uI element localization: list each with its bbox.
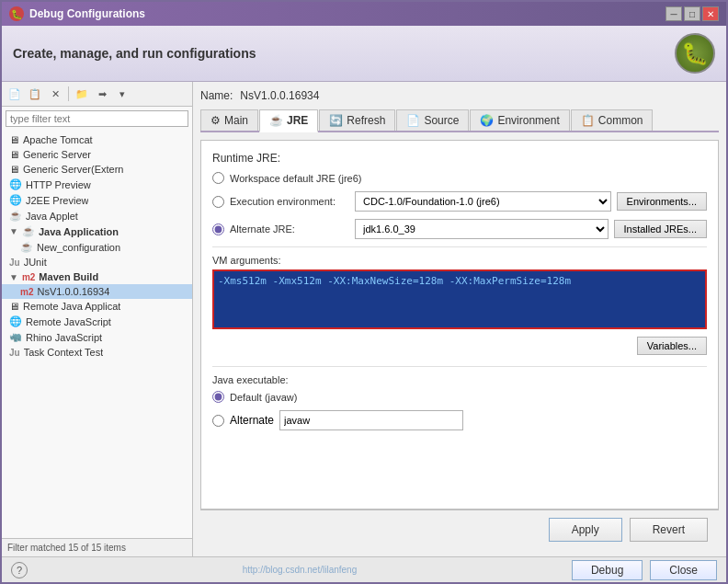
debug-button[interactable]: Debug	[572, 560, 643, 580]
tab-jre[interactable]: ☕ JRE	[259, 109, 318, 132]
list-item[interactable]: 🌐 J2EE Preview	[2, 192, 192, 208]
list-item[interactable]: 🦏 Rhino JavaScript	[2, 329, 192, 345]
common-tab-icon: 📋	[581, 114, 595, 127]
tree-item-label: HTTP Preview	[26, 179, 91, 190]
tree-item-label: NsV1.0.0.16934	[37, 286, 109, 297]
name-label: Name:	[200, 89, 233, 102]
tab-source-label: Source	[424, 114, 459, 127]
default-javaw-label: Default (javaw)	[230, 392, 297, 403]
exec-env-select[interactable]: CDC-1.0/Foundation-1.0 (jre6)JavaSE-1.6 …	[355, 191, 611, 212]
tree-item-label: Generic Server(Extern	[23, 164, 123, 175]
tomcat-icon: 🖥	[9, 134, 19, 145]
jre-tab-icon: ☕	[269, 114, 283, 127]
title-bar-left: Debug Configurations	[9, 6, 145, 21]
list-item[interactable]: 🖥 Generic Server	[2, 147, 192, 162]
list-item[interactable]: 🖥 Apache Tomcat	[2, 132, 192, 147]
alt-jre-radio[interactable]	[212, 223, 224, 235]
name-row: Name: NsV1.0.0.16934	[200, 89, 719, 102]
junit-icon: Ju	[9, 258, 20, 268]
tree-item-label: Maven Build	[39, 271, 98, 282]
workspace-jre-radio-label: Workspace default JRE (jre6)	[230, 173, 361, 184]
tab-jre-label: JRE	[287, 114, 308, 127]
default-javaw-radio[interactable]	[212, 391, 224, 403]
list-item[interactable]: Ju Task Context Test	[2, 345, 192, 360]
divider-2	[212, 366, 707, 367]
help-button[interactable]: ?	[11, 562, 28, 578]
alt-jre-row: Alternate JRE: jdk1.6.0_39jre6jre7 Insta…	[212, 219, 707, 239]
footer-url: http://blog.csdn.net/lilanfeng	[243, 565, 358, 575]
expand-icon: ▼	[9, 226, 18, 236]
dropdown-button[interactable]: ▾	[113, 85, 131, 103]
environments-button[interactable]: Environments...	[617, 192, 707, 211]
default-javaw-row: Default (javaw)	[212, 391, 707, 403]
list-item[interactable]: Ju JUnit	[2, 255, 192, 269]
filter-input[interactable]	[6, 110, 188, 127]
tab-bar: ⚙ Main ☕ JRE 🔄 Refresh 📄 Source 🌍 E	[200, 109, 719, 132]
vm-args-textarea[interactable]: -Xms512m -Xmx512m -XX:MaxNewSize=128m -X…	[218, 275, 701, 321]
java-app-icon: ☕	[22, 225, 35, 237]
list-item[interactable]: 🌐 HTTP Preview	[2, 177, 192, 192]
ns-icon: m2	[20, 287, 33, 297]
variables-button[interactable]: Variables...	[637, 337, 707, 355]
vm-args-label: VM arguments:	[212, 255, 707, 266]
tab-refresh[interactable]: 🔄 Refresh	[319, 109, 395, 131]
revert-button[interactable]: Revert	[630, 518, 708, 542]
alternate-javaw-label: Alternate	[230, 414, 274, 427]
list-item[interactable]: 🌐 Remote JavaScript	[2, 314, 192, 329]
installed-jres-button[interactable]: Installed JREs...	[614, 220, 707, 238]
tab-env-label: Environment	[497, 114, 559, 127]
debug-icon	[9, 6, 24, 21]
list-item[interactable]: 🖥 Remote Java Applicat	[2, 299, 192, 314]
server-icon: 🖥	[9, 149, 19, 160]
left-panel: 📄 📋 ✕ 📁 ➡ ▾ 🖥 Apache Tomcat 🖥 Generic Se…	[2, 82, 193, 556]
workspace-jre-row: Workspace default JRE (jre6)	[212, 172, 707, 184]
jre-form: Runtime JRE: Workspace default JRE (jre6…	[200, 140, 719, 510]
main-tab-icon: ⚙	[210, 114, 221, 127]
folder-button[interactable]: 📁	[73, 85, 91, 103]
exec-env-radio-label: Execution environment:	[230, 196, 349, 207]
tab-refresh-label: Refresh	[347, 114, 385, 127]
separator-1	[68, 86, 69, 101]
footer-close-button[interactable]: Close	[650, 560, 717, 580]
apply-button[interactable]: Apply	[549, 518, 622, 542]
delete-button[interactable]: ✕	[46, 85, 64, 103]
tab-common[interactable]: 📋 Common	[571, 109, 654, 131]
tab-main[interactable]: ⚙ Main	[200, 109, 258, 131]
maximize-button[interactable]: □	[684, 6, 700, 21]
divider-1	[212, 246, 707, 247]
window-title: Debug Configurations	[29, 7, 145, 20]
alternate-javaw-input[interactable]	[279, 410, 463, 430]
tab-source[interactable]: 📄 Source	[396, 109, 469, 131]
tree-item-label: JUnit	[24, 257, 47, 268]
left-toolbar: 📄 📋 ✕ 📁 ➡ ▾	[2, 82, 192, 107]
tab-environment[interactable]: 🌍 Environment	[470, 109, 569, 131]
list-item[interactable]: ▼ m2 Maven Build	[2, 269, 192, 284]
list-item[interactable]: ☕ Java Applet	[2, 208, 192, 223]
java-exec-section: Java executable: Default (javaw) Alterna…	[212, 374, 707, 430]
remote-js-icon: 🌐	[9, 315, 22, 327]
exec-env-radio-row: Execution environment:	[212, 196, 349, 208]
vm-vars-row: Variables...	[212, 337, 707, 355]
list-item[interactable]: ▼ ☕ Java Application	[2, 223, 192, 239]
main-content: 📄 📋 ✕ 📁 ➡ ▾ 🖥 Apache Tomcat 🖥 Generic Se…	[2, 82, 726, 556]
vm-section: VM arguments: -Xms512m -Xmx512m -XX:MaxN…	[212, 255, 707, 355]
close-window-button[interactable]: ✕	[702, 6, 719, 21]
new-config-icon: ☕	[20, 241, 33, 253]
arrow-button[interactable]: ➡	[93, 85, 111, 103]
minimize-button[interactable]: ─	[665, 6, 682, 21]
list-item[interactable]: 🖥 Generic Server(Extern	[2, 162, 192, 177]
duplicate-button[interactable]: 📋	[26, 85, 44, 103]
http-icon: 🌐	[9, 178, 22, 190]
server-extern-icon: 🖥	[9, 164, 19, 175]
remote-java-icon: 🖥	[9, 301, 19, 312]
alt-jre-select[interactable]: jdk1.6.0_39jre6jre7	[355, 219, 609, 239]
exec-env-radio[interactable]	[212, 196, 224, 208]
new-config-button[interactable]: 📄	[6, 85, 24, 103]
list-item[interactable]: ☕ New_configuration	[2, 239, 192, 255]
expand-icon: ▼	[9, 272, 18, 282]
workspace-jre-radio[interactable]	[212, 172, 224, 184]
alternate-javaw-radio[interactable]	[212, 415, 224, 427]
applet-icon: ☕	[9, 210, 22, 222]
tree-item-label: Rhino JavaScript	[26, 332, 102, 343]
selected-config-item[interactable]: m2 NsV1.0.0.16934	[2, 284, 192, 299]
